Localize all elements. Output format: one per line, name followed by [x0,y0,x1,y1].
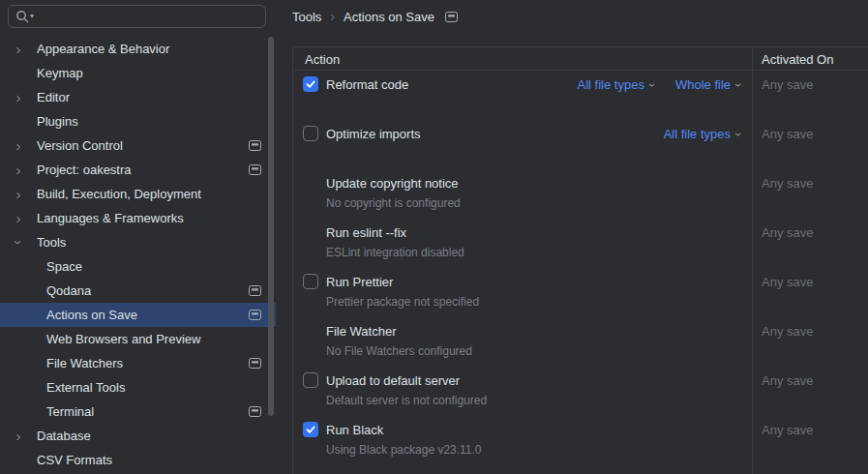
per-project-monitor-icon [249,358,261,369]
settings-sidebar: ▾ › Appearance & Behavior › Keymap › Edi… [0,0,276,474]
sidebar-item-label: File Watchers [46,356,123,370]
per-project-monitor-icon [249,406,261,417]
activated-on-value[interactable]: Any save [762,77,813,92]
action-title: Update copyright notice [326,176,459,191]
action-subtitle: ESLint integration disabled [326,246,464,259]
action-title: Optimize imports [326,127,421,141]
sidebar-item-tools[interactable]: › Tools [0,230,276,254]
sidebar-item-csv-formats[interactable]: › CSV Formats [0,448,276,472]
checkbox-unchecked[interactable] [303,126,318,141]
sidebar-item-label: Qodana [46,283,91,298]
activated-on-value[interactable]: Any save [762,423,813,437]
table-row-file-watcher: File Watcher No File Watchers configured… [292,318,868,368]
table-row-optimize-imports: Optimize imports All file types› Any sav… [292,121,868,170]
chevron-right-icon[interactable]: › [12,211,25,225]
sidebar-item-external-tools[interactable]: External Tools [0,375,276,400]
sidebar-item-qodana[interactable]: Qodana [0,279,276,303]
settings-dialog: ▾ › Appearance & Behavior › Keymap › Edi… [0,0,868,474]
chevron-right-icon[interactable]: › [12,90,25,104]
activated-on-value[interactable]: Any save [762,225,813,240]
checkbox-unchecked[interactable] [303,372,318,388]
sidebar-item-label: Tools [37,235,66,250]
settings-tree: › Appearance & Behavior › Keymap › Edito… [0,37,276,472]
breadcrumb: Tools › Actions on Save [292,8,458,25]
table-row-update-copyright: Update copyright notice No copyright is … [292,170,868,220]
column-header-activated-on[interactable]: Activated On [762,51,833,66]
breadcrumb-actions-on-save[interactable]: Actions on Save [344,10,434,24]
sidebar-item-version-control[interactable]: › Version Control [0,133,276,158]
file-types-dropdown[interactable]: All file types› [664,127,740,141]
action-title: File Watcher [326,324,396,339]
activated-on-value[interactable]: Any save [762,176,813,191]
sidebar-item-web-browsers-and-preview[interactable]: Web Browsers and Preview [0,327,276,351]
chevron-right-icon[interactable]: › [12,163,25,177]
sidebar-item-appearance-behavior[interactable]: › Appearance & Behavior [0,37,276,61]
sidebar-item-label: External Tools [46,380,125,395]
action-title: Run Prettier [326,275,393,289]
sidebar-item-label: Appearance & Behavior [37,42,169,56]
action-subtitle: Default server is not configured [326,394,487,407]
sidebar-item-build-execution-deployment[interactable]: › Build, Execution, Deployment [0,182,276,206]
activated-on-value[interactable]: Any save [762,127,813,141]
per-project-monitor-icon [249,140,261,151]
sidebar-item-plugins[interactable]: › Plugins [0,109,276,133]
file-types-dropdown[interactable]: All file types› [578,77,654,92]
activated-on-value[interactable]: Any save [762,373,813,388]
sidebar-item-label: Plugins [37,114,78,129]
action-title: Run eslint --fix [326,225,406,240]
sidebar-scrollbar[interactable] [268,37,274,416]
sidebar-item-label: Editor [37,90,70,104]
search-input[interactable] [37,9,258,25]
actions-on-save-table: Reformat code All file types› Whole file… [292,72,868,466]
sidebar-item-space[interactable]: Space [0,254,276,279]
action-title: Reformat code [326,77,408,92]
sidebar-item-label: Terminal [46,404,94,419]
search-icon[interactable]: ▾ [15,10,34,23]
sidebar-item-languages-frameworks[interactable]: › Languages & Frameworks [0,206,276,230]
chevron-down-icon: › [733,83,744,87]
per-project-monitor-icon [249,310,261,320]
table-row-upload-default-server: Upload to default server Default server … [292,368,868,417]
breadcrumb-tools[interactable]: Tools [292,10,321,24]
sidebar-item-database[interactable]: › Database [0,424,276,448]
sidebar-item-label: Version Control [37,138,123,153]
action-subtitle: Using Black package v23.11.0 [326,443,482,457]
scope-dropdown[interactable]: Whole file› [675,77,740,92]
per-project-monitor-icon [445,12,458,22]
action-title: Run Black [326,423,383,437]
sidebar-item-label: CSV Formats [37,453,112,467]
activated-on-value[interactable]: Any save [762,324,813,339]
search-history-arrow-icon[interactable]: ▾ [30,13,34,20]
sidebar-item-label: Actions on Save [46,308,137,322]
table-row-reformat-code: Reformat code All file types› Whole file… [292,72,868,121]
sidebar-item-label: Database [37,429,91,443]
chevron-right-icon[interactable]: › [12,138,25,153]
sidebar-item-project-oakestra[interactable]: › Project: oakestra [0,158,276,182]
sidebar-item-label: Languages & Frameworks [37,211,184,225]
sidebar-item-editor[interactable]: › Editor [0,85,276,109]
chevron-down-icon[interactable]: › [12,236,26,250]
per-project-monitor-icon [249,285,261,296]
table-row-run-eslint-fix: Run eslint --fix ESLint integration disa… [292,220,868,269]
sidebar-item-terminal[interactable]: Terminal [0,400,276,424]
sidebar-item-keymap[interactable]: › Keymap [0,61,276,85]
column-header-action[interactable]: Action [305,51,340,66]
sidebar-item-label: Keymap [37,66,83,80]
table-row-run-prettier: Run Prettier Prettier package not specif… [292,269,868,318]
settings-search-field[interactable]: ▾ [8,5,266,28]
activated-on-value[interactable]: Any save [762,275,813,289]
checkbox-checked[interactable] [303,422,318,437]
checkbox-unchecked[interactable] [303,274,318,289]
table-header: Action Activated On [292,46,868,71]
checkbox-checked[interactable] [303,76,318,92]
chevron-right-icon[interactable]: › [12,187,25,201]
sidebar-item-label: Web Browsers and Preview [46,332,200,346]
chevron-down-icon: › [733,133,744,136]
sidebar-item-file-watchers[interactable]: File Watchers [0,351,276,375]
chevron-right-icon[interactable]: › [12,42,25,56]
sidebar-item-actions-on-save[interactable]: Actions on Save [0,303,276,327]
chevron-right-icon[interactable]: › [12,429,25,443]
action-subtitle: No copyright is configured [326,196,461,210]
chevron-down-icon: › [646,83,658,87]
table-row-run-black: Run Black Using Black package v23.11.0 A… [292,417,868,466]
